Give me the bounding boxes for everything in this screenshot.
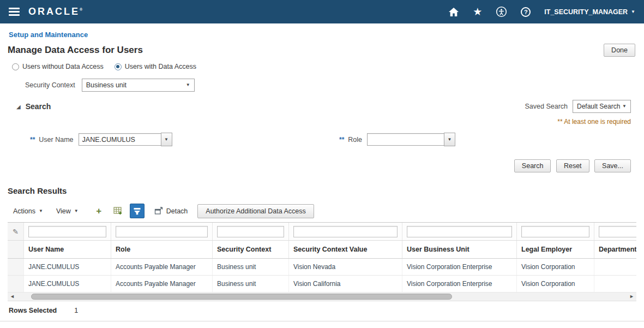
qbe-input-user-business-unit[interactable]: [407, 226, 512, 237]
reset-button[interactable]: Reset: [556, 159, 589, 172]
cell-legal-employer: Vision Corporation: [517, 276, 594, 292]
user-menu-label: IT_SECURITY_MANAGER: [544, 8, 628, 16]
header-edit-cell: [8, 241, 24, 258]
role-input[interactable]: [367, 133, 444, 146]
radio-selected-icon: [115, 63, 122, 70]
plus-icon: +: [96, 206, 101, 216]
data-access-radio-group: Users without Data Access Users with Dat…: [12, 63, 644, 70]
table-row[interactable]: JANE.CUMULUS Accounts Payable Manager Bu…: [8, 259, 636, 276]
column-header-user-name[interactable]: User Name: [24, 241, 111, 258]
cell-security-context-value: Vision Nevada: [289, 259, 402, 275]
qbe-input-role[interactable]: [116, 226, 208, 237]
query-by-example-button[interactable]: [130, 204, 145, 218]
required-marker: **: [339, 136, 344, 144]
view-menu-label: View: [56, 207, 71, 215]
cell-user-name: JANE.CUMULUS: [24, 276, 111, 292]
save-button[interactable]: Save...: [594, 159, 631, 172]
oracle-logo: ORACLE®: [28, 6, 82, 17]
search-disclosure-toggle[interactable]: ◢: [16, 104, 21, 110]
chevron-down-icon: ▼: [39, 209, 43, 213]
results-toolbar: Actions ▼ View ▼ + Detach Authorize Addi…: [0, 201, 644, 222]
required-note: ** At least one is required: [0, 118, 631, 126]
create-icon-button[interactable]: +: [92, 204, 106, 218]
role-label: Role: [348, 136, 362, 144]
scrollbar-right-arrow[interactable]: ►: [629, 294, 634, 299]
cell-role: Accounts Payable Manager: [111, 276, 213, 292]
user-name-label: User Name: [39, 136, 73, 144]
detach-icon: [154, 207, 163, 215]
column-header-legal-employer[interactable]: Legal Employer: [517, 241, 594, 258]
cell-user-business-unit: Vision Corporation Enterprise: [402, 259, 517, 275]
user-menu[interactable]: IT_SECURITY_MANAGER ▼: [544, 8, 635, 16]
breadcrumb-setup-and-maintenance[interactable]: Setup and Maintenance: [9, 31, 88, 39]
qbe-input-security-context-value[interactable]: [293, 226, 398, 237]
qbe-input-legal-employer[interactable]: [521, 226, 589, 237]
chevron-down-icon: ▼: [186, 83, 190, 87]
actions-menu-label: Actions: [13, 207, 35, 215]
column-header-department[interactable]: Department: [594, 241, 636, 258]
cell-security-context-value: Vision California: [289, 276, 402, 292]
hamburger-icon: [9, 14, 20, 16]
cell-user-business-unit: Vision Corporation Enterprise: [402, 276, 517, 292]
saved-search-select[interactable]: Default Search ▼: [573, 100, 631, 113]
cell-user-name: JANE.CUMULUS: [24, 259, 111, 275]
chevron-down-icon: ▼: [631, 10, 635, 14]
done-button[interactable]: Done: [604, 44, 635, 57]
actions-menu-button[interactable]: Actions ▼: [13, 207, 43, 215]
export-icon-button[interactable]: [111, 204, 125, 218]
role-dropdown-button[interactable]: ▼: [444, 133, 455, 146]
search-button[interactable]: Search: [514, 159, 551, 172]
required-marker: **: [30, 136, 35, 144]
row-edit-cell: [8, 259, 24, 275]
column-header-security-context-value[interactable]: Security Context Value: [289, 241, 402, 258]
cell-legal-employer: Vision Corporation: [517, 259, 594, 275]
view-menu-button[interactable]: View ▼: [56, 207, 79, 215]
cell-department: [594, 276, 636, 292]
chevron-down-icon: ▼: [622, 104, 627, 109]
chevron-down-icon: ▼: [74, 209, 79, 213]
help-icon: ?: [521, 7, 531, 17]
column-header-role[interactable]: Role: [111, 241, 213, 258]
home-icon: [448, 7, 459, 17]
app-header: ORACLE® ★ ? IT_SECURITY_MANAGER ▼: [0, 0, 644, 23]
favorites-button[interactable]: ★: [473, 7, 482, 17]
table-row[interactable]: JANE.CUMULUS Accounts Payable Manager Bu…: [8, 276, 636, 293]
grid-icon: [113, 207, 123, 215]
results-table: ✎ User Name Role Security Context Securi…: [8, 222, 636, 293]
rows-selected-label: Rows Selected: [9, 307, 57, 314]
detach-button[interactable]: Detach: [154, 207, 188, 215]
help-button[interactable]: ?: [521, 7, 531, 17]
radio-users-without-data-access[interactable]: Users without Data Access: [12, 63, 104, 70]
cell-department: [594, 259, 636, 275]
security-context-select[interactable]: Business unit ▼: [82, 79, 195, 92]
radio-unselected-icon: [12, 63, 19, 70]
global-menu-button[interactable]: [9, 8, 20, 16]
home-button[interactable]: [448, 7, 459, 17]
security-context-label: Security Context: [25, 81, 75, 89]
detach-label: Detach: [166, 207, 188, 215]
scrollbar-left-arrow[interactable]: ◄: [10, 294, 15, 299]
hamburger-icon: [9, 8, 20, 9]
qbe-input-department[interactable]: [599, 226, 636, 237]
pencil-icon: ✎: [13, 228, 19, 236]
authorize-additional-data-access-button[interactable]: Authorize Additional Data Access: [197, 204, 314, 218]
cell-role: Accounts Payable Manager: [111, 259, 213, 275]
radio-label: Users without Data Access: [22, 63, 104, 70]
horizontal-scrollbar[interactable]: ◄ ►: [8, 293, 636, 301]
accessibility-button[interactable]: [496, 6, 507, 17]
search-section-title: Search: [26, 102, 51, 111]
column-header-security-context[interactable]: Security Context: [213, 241, 289, 258]
bottom-divider: [0, 321, 644, 321]
breadcrumb: Setup and Maintenance: [0, 23, 644, 39]
table-header-row: User Name Role Security Context Security…: [8, 241, 636, 259]
column-header-user-business-unit[interactable]: User Business Unit: [402, 241, 517, 258]
radio-users-with-data-access[interactable]: Users with Data Access: [115, 63, 196, 70]
star-icon: ★: [473, 7, 482, 17]
user-name-input[interactable]: [79, 133, 161, 146]
qbe-filter-row: ✎: [8, 223, 636, 241]
rows-selected-count: 1: [74, 307, 78, 314]
scrollbar-thumb[interactable]: [31, 294, 452, 300]
qbe-input-user-name[interactable]: [28, 226, 106, 237]
user-name-dropdown-button[interactable]: ▼: [161, 133, 172, 146]
qbe-input-security-context[interactable]: [217, 226, 284, 237]
